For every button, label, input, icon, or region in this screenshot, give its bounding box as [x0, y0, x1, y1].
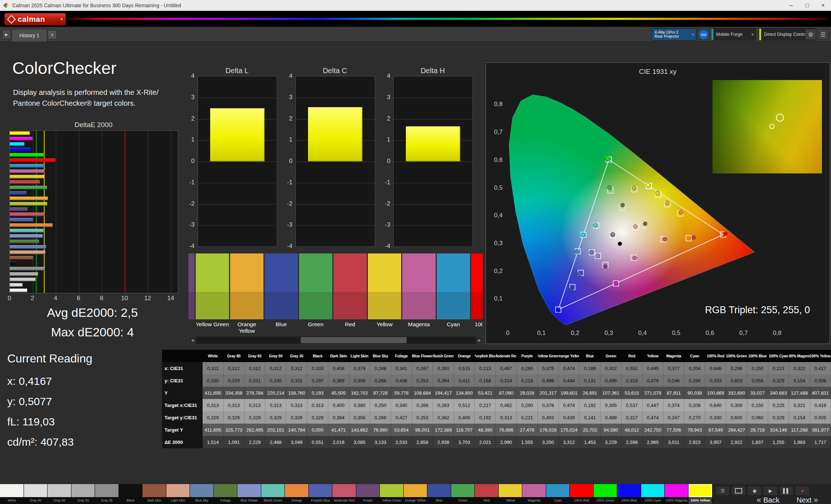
bottom-patch-magenta[interactable]: Magenta [522, 484, 546, 504]
table-cell: 0,479 [643, 374, 664, 387]
table-cell: 0,329 [265, 411, 286, 424]
monitor-icon-button[interactable] [731, 486, 746, 496]
strip-patch-green[interactable]: Green [299, 253, 332, 334]
table-cell: 90,038 [684, 387, 705, 399]
bottom-patch-purplish-blue[interactable]: Purplish Blue [309, 484, 333, 504]
play-button[interactable]: ▶ [763, 486, 778, 496]
strip-patch-purple[interactable]: Purple [188, 253, 195, 334]
table-cell: 325,773 [224, 424, 245, 436]
bottom-patch-green[interactable]: Green [451, 484, 475, 504]
scroll-left-arrow-icon[interactable]: ◀ [189, 336, 196, 344]
bottom-patch-orange[interactable]: Orange [285, 484, 309, 504]
meter-status-badge[interactable]: 658 [699, 30, 709, 39]
table-cell: 278,784 [245, 387, 266, 399]
avg-de2000-value: Avg dE2000: 2,5 [14, 306, 170, 320]
bottom-patch-orange-yellow[interactable]: Orange Yellow [404, 484, 428, 504]
bottom-patch-gray-35[interactable]: Gray 35 [95, 484, 119, 504]
bottom-patch-moderate-red[interactable]: Moderate Red [332, 484, 356, 504]
meter-dropdown[interactable]: X-Rite i1Pro 3 Rear Projector ▾ [652, 28, 697, 41]
bottom-patch-label: Cyan [546, 497, 570, 504]
deltae-gridline [102, 131, 102, 293]
pattern-source-label: Mobile Forge [716, 32, 743, 37]
strip-patch-yellow-green[interactable]: Yellow Green [196, 253, 229, 334]
pattern-source-dropdown[interactable]: Mobile Forge ▾ [711, 28, 756, 41]
next-button[interactable]: Next » [797, 496, 818, 504]
bottom-patch-purple[interactable]: Purple [356, 484, 380, 504]
lch-gridline [394, 98, 473, 98]
close-button[interactable]: × [815, 0, 831, 11]
table-cell: 0,436 [391, 374, 412, 387]
bottom-patch-cyan[interactable]: Cyan [546, 484, 570, 504]
table-col-header: Gray 35 [286, 350, 307, 362]
bottom-patch-gray-65[interactable]: Gray 65 [47, 484, 71, 504]
deltae-chart-title: DeltaE 2000 [9, 121, 178, 129]
table-col-header: Yellow [643, 350, 664, 362]
strip-scrollbar[interactable]: ◀ ▶ [188, 336, 483, 344]
bottom-patch-gray-50[interactable]: Gray 50 [71, 484, 95, 504]
table-cell: 0,225 [768, 399, 789, 411]
scrollbar-thumb[interactable] [301, 337, 407, 343]
record-button[interactable]: ● [795, 486, 810, 496]
bottom-patch-bluish-green[interactable]: Bluish Green [261, 484, 285, 504]
bottom-patch-red[interactable]: Red [475, 484, 499, 504]
bottom-patch-100-blue[interactable]: 100% Blue [617, 484, 641, 504]
strip-patch-red[interactable]: Red [333, 253, 367, 334]
strip-patch-magenta[interactable]: Magenta [402, 253, 436, 334]
lch-gridline [198, 225, 277, 226]
table-cell: 0,512 [454, 399, 475, 411]
settings-gear-button[interactable]: ⚙ [805, 29, 816, 40]
bottom-patch-yellow[interactable]: Yellow [499, 484, 523, 504]
cie-1931-panel: 00,10,20,30,40,50,60,70,80,10,20,30,40,5… [486, 62, 830, 344]
strip-patch-blue[interactable]: Blue [265, 253, 298, 334]
maximize-button[interactable]: □ [799, 0, 815, 11]
bottom-patch-100-red[interactable]: 100% Red [570, 484, 594, 504]
bottom-patch-gray-80[interactable]: Gray 80 [24, 484, 48, 504]
bottom-patch-dark-skin[interactable]: Dark Skin [142, 484, 166, 504]
table-cell: 340,683 [768, 387, 789, 399]
back-button[interactable]: « Back [757, 496, 780, 504]
strip-swatch-target-half [437, 292, 470, 319]
bottom-patch-100-cyan[interactable]: 100% Cyan [641, 484, 665, 504]
strip-patch-orange-yellow[interactable]: Orange Yellow [230, 253, 263, 334]
strip-patch-cyan[interactable]: Cyan [437, 253, 470, 334]
options-button[interactable]: ☰ [818, 29, 828, 40]
lch-gridline [198, 98, 277, 98]
calman-logo-menu[interactable]: calman ▾ [4, 13, 66, 25]
lch-gridline [296, 161, 375, 162]
bottom-patch-100-yellow[interactable]: 100% Yellow [689, 484, 712, 504]
bottom-patch-foliage[interactable]: Foliage [214, 484, 238, 504]
pause-button[interactable]: ▌▌ [779, 486, 794, 496]
bottom-patch-light-skin[interactable]: Light Skin [166, 484, 190, 504]
lch-y-tick: -1 [377, 179, 390, 186]
strip-swatch-target-half [368, 292, 401, 319]
deltae-bar-100-cyan [10, 142, 24, 146]
bottom-patch-yellow-green[interactable]: Yellow Green [380, 484, 404, 504]
table-cell: 0,270 [684, 411, 705, 424]
scroll-right-arrow-icon[interactable]: ▶ [476, 336, 483, 344]
bottom-patch-black[interactable]: Black [119, 484, 143, 504]
max-reference-line [125, 131, 125, 293]
table-cell: 140,764 [286, 424, 307, 436]
add-tab-button[interactable]: + [48, 30, 57, 39]
tab-scroll-button[interactable]: ▶ [2, 30, 11, 39]
tab-history-1[interactable]: History 1 [12, 29, 47, 42]
strip-patch-100-red[interactable]: 100% Red [471, 253, 483, 334]
strip-patch-yellow[interactable]: Yellow [368, 253, 401, 334]
bottom-patch-blue[interactable]: Blue [427, 484, 451, 504]
deltae-bar-100-red [10, 159, 55, 162]
minimize-button[interactable]: – [783, 0, 799, 11]
table-cell: 0,330 [705, 411, 726, 424]
camera-icon-button[interactable]: ◉ [747, 486, 762, 496]
bottom-patch-white[interactable]: White [0, 484, 24, 504]
cie-measured-100-cyan [581, 233, 585, 237]
bottom-patch-100-magenta[interactable]: 100% Magenta [665, 484, 689, 504]
table-cell: 0,444 [559, 374, 580, 387]
menu-icon-button[interactable]: ☰ [715, 486, 730, 496]
table-cell: 407,831 [810, 387, 831, 399]
table-cell: 0,150 [747, 362, 768, 374]
bottom-patch-100-green[interactable]: 100% Green [594, 484, 618, 504]
bottom-patch-blue-sky[interactable]: Blue Sky [190, 484, 214, 504]
bottom-patch-blue-flower[interactable]: Blue Flower [237, 484, 261, 504]
table-cell: 0,505 [810, 411, 831, 424]
bottom-patch-label: Blue [427, 497, 451, 504]
